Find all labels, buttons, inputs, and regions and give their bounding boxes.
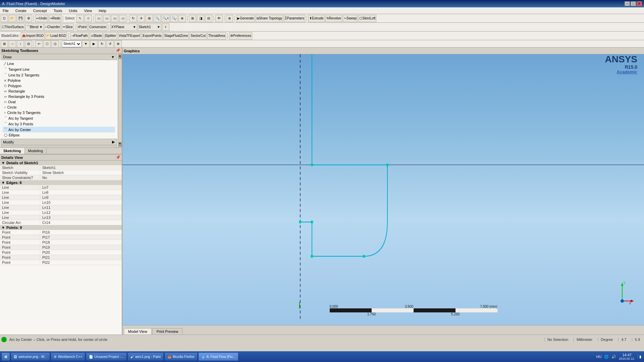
thin-surface-button[interactable]: ☐ Thin/Surface	[1, 23, 25, 31]
details-pin-icon[interactable]: 📌	[116, 155, 120, 160]
options-button[interactable]: ⚙	[25, 15, 32, 22]
tab-sketching[interactable]: Sketching	[0, 148, 25, 154]
taskbar-app-3[interactable]: 🖌 arec1.png - Paint	[127, 352, 164, 361]
chamfer-button[interactable]: ⌐ Chamfer	[44, 23, 61, 31]
share-topology-button[interactable]: ⧉ Share Topology	[256, 15, 283, 22]
tool-ellipse[interactable]: ◯ Ellipse	[3, 132, 115, 138]
extrude-button[interactable]: ⬆ Extrude	[308, 15, 324, 22]
new-sketch-button[interactable]: +	[162, 23, 169, 31]
tb-view2[interactable]: ◨	[197, 15, 204, 22]
tb5-btn7[interactable]: ◷	[51, 40, 59, 48]
load-bgd-button[interactable]: 📂 Load BGD	[45, 32, 67, 40]
scrollbar-down[interactable]: ▼	[118, 142, 122, 147]
tool-line[interactable]: ╱ Line	[3, 61, 115, 66]
blade-button[interactable]: ⚔ Blade	[90, 32, 103, 40]
select-arrow[interactable]: ↖	[76, 15, 84, 22]
throat-area-button[interactable]: ThroatArea	[207, 32, 226, 40]
dimensions-section-header[interactable]: Dimensions ▶	[1, 145, 117, 147]
conversion-button[interactable]: Conversion	[88, 23, 107, 31]
new-button[interactable]: 🗋	[1, 15, 8, 22]
maximize-button[interactable]: □	[631, 1, 636, 6]
tb-zoom-select[interactable]: ⊕	[178, 15, 186, 22]
tab-modeling[interactable]: Modeling	[25, 148, 47, 154]
revolve-button[interactable]: ↻ Revolve	[325, 15, 342, 22]
tb5-btn8[interactable]: ▼	[82, 40, 90, 48]
tb5-btn4[interactable]: ⊟	[25, 40, 32, 48]
tb-body[interactable]: ▭	[119, 15, 126, 22]
tb5-btn3[interactable]: ↕	[17, 40, 24, 48]
tool-arc-3-points[interactable]: ⌒ Arc by 3 Points	[3, 121, 115, 127]
splitter-button[interactable]: | Splitter	[104, 32, 117, 40]
export-points-button[interactable]: ExportPoints	[142, 32, 163, 40]
slice-button[interactable]: ✂ Slice	[62, 23, 74, 31]
tool-line-2-tangents[interactable]: ⌒ Line by 2 Tangents	[3, 72, 115, 78]
menu-file[interactable]: File	[1, 8, 10, 13]
tb-zoom-box[interactable]: 🔍	[154, 15, 161, 22]
parameters-button[interactable]: Σ Parameters	[284, 15, 305, 22]
taskbar-app-1[interactable]: ⚙ Workbench C++	[51, 352, 85, 361]
sketch-canvas[interactable]	[122, 54, 644, 321]
tool-tangent-line[interactable]: ⌒ Tangent Line	[3, 66, 115, 72]
taskbar-app-5[interactable]: 💧 A: Fluid Flow (Flu...	[198, 352, 238, 361]
tb-rot[interactable]: ↻	[129, 15, 137, 22]
sector-cut-button[interactable]: SectorCut	[190, 32, 206, 40]
point-button[interactable]: • Point	[77, 23, 88, 31]
save-button[interactable]: 💾	[17, 15, 24, 22]
tool-circle-3-tangents[interactable]: ○ Circle by 3 Tangents	[3, 110, 115, 115]
flowpath-button[interactable]: ⇢ FlowPath	[70, 32, 89, 40]
tb-edge[interactable]: ▭	[103, 15, 110, 22]
generate-button[interactable]: ▶ Generate	[236, 15, 255, 22]
tb5-btn9[interactable]: ▶	[90, 40, 98, 48]
menu-help[interactable]: Help	[97, 8, 108, 13]
tb5-btn5[interactable]: ↩	[35, 40, 43, 48]
tool-rectangle[interactable]: ▭ Rectangle	[3, 88, 115, 94]
tb-face[interactable]: ▭	[95, 15, 102, 22]
menu-concept[interactable]: Concept	[32, 8, 48, 13]
tb5-btn2[interactable]: ↔	[9, 40, 16, 48]
toolbox-pin-icon[interactable]: 📌	[116, 48, 120, 53]
tb-vertex[interactable]: ▭	[111, 15, 118, 22]
vista-export-button[interactable]: VistaTFExport	[118, 32, 141, 40]
tab-model-view[interactable]: Model View	[124, 328, 152, 335]
tb-look[interactable]: 👁	[215, 15, 223, 22]
select-mode2[interactable]: ⊹	[85, 15, 92, 22]
taskbar-app-4[interactable]: 🦊 Mozilla Firefox	[164, 352, 197, 361]
tool-arc-tangent[interactable]: ⌒ Arc by Tangent	[3, 115, 115, 121]
sketch-selector[interactable]: Sketch1 ▼	[138, 23, 161, 31]
tool-polygon[interactable]: ⬡ Polygon	[3, 83, 115, 88]
preferences-button[interactable]: ⚙ Preferences	[229, 32, 252, 40]
tool-oval[interactable]: ⬭ Oval	[3, 99, 115, 105]
tb5-btn1[interactable]: ⊞	[1, 40, 8, 48]
tb-view1[interactable]: ⊞	[189, 15, 196, 22]
close-button[interactable]: ✕	[637, 1, 642, 6]
tool-rectangle-3-points[interactable]: ▭ Rectangle by 3 Points	[3, 94, 115, 99]
tb-triad[interactable]: ⊕	[226, 15, 233, 22]
tb-pan[interactable]: ✛	[138, 15, 145, 22]
plane-selector[interactable]: XYPlane ▼	[110, 23, 137, 31]
import-bgd-button[interactable]: 📥 Import BGD	[21, 32, 45, 40]
taskbar-app-0[interactable]: 🖼 welcome.png - W...	[11, 352, 50, 361]
redo-button[interactable]: ↪ Redo	[49, 15, 61, 22]
blend-button[interactable]: ⌒ Blend ▼	[25, 23, 44, 31]
tb5-btn11[interactable]: ↺	[106, 40, 114, 48]
tool-polyline[interactable]: ∧ Polyline	[3, 78, 115, 83]
menu-units[interactable]: Units	[67, 8, 78, 13]
sketch-dropdown[interactable]: Sketch1	[62, 41, 82, 47]
menu-view[interactable]: View	[83, 8, 94, 13]
sweep-button[interactable]: ⤷ Sweep	[343, 15, 358, 22]
start-button[interactable]: ⊞	[1, 352, 10, 361]
tool-circle[interactable]: ○ Circle	[3, 105, 115, 110]
stage-fluid-zone-button[interactable]: StageFluidZone	[163, 32, 189, 40]
skinloft-button[interactable]: ⬡ Skin/Loft	[358, 15, 376, 22]
scrollbar-up[interactable]: ▲	[118, 54, 122, 59]
graphics-area[interactable]: Graphics ANSYS R15.0 Academic	[122, 48, 644, 335]
tb5-btn6[interactable]: ⬡	[43, 40, 51, 48]
taskbar-app-2[interactable]: 📄 Unsaved Project -...	[86, 352, 127, 361]
tb5-btn12[interactable]: ⊕	[114, 40, 122, 48]
undo-button[interactable]: ↩ Undo	[35, 15, 48, 22]
tool-arc-center[interactable]: ⌒ Arc by Center	[3, 127, 115, 132]
tb-view3[interactable]: ⊟	[205, 15, 212, 22]
taskbar-show-desktop-icon[interactable]: ▮	[638, 355, 641, 359]
modify-section-header[interactable]: Modify ▶	[1, 139, 117, 145]
draw-section-header[interactable]: Draw ▼	[1, 54, 117, 60]
